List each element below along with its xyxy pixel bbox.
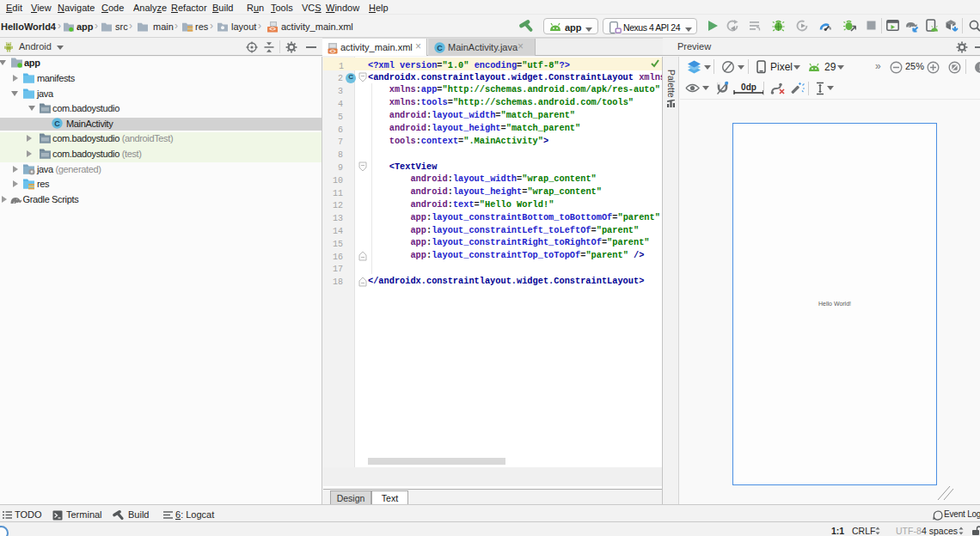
svg-text:C: C <box>54 119 60 128</box>
svg-text:C: C <box>437 44 443 52</box>
svg-text:<>: <> <box>329 48 336 54</box>
svg-text:<>: <> <box>269 26 276 32</box>
svg-text:0dp: 0dp <box>741 82 756 92</box>
